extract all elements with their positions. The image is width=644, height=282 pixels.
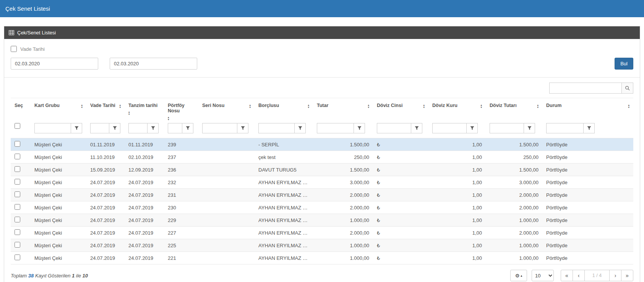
first-page-button[interactable]: « (561, 270, 573, 281)
filter-button-borclusu[interactable] (294, 123, 306, 133)
data-table: SeçKart Grubu▴▾Vade Tarihi▴▾Tanzim tarih… (11, 98, 633, 264)
cell-borclusu: AYHAN ERYILMAZ (XX) (255, 252, 313, 264)
cell-vade-tarihi: 24.07.2019 (86, 201, 125, 214)
cell-doviz-kuru: 1,00 (428, 227, 486, 239)
date-from-input[interactable] (11, 58, 98, 70)
cell-tutar: 2.000,00 (313, 201, 373, 214)
filter-button-tutar[interactable] (354, 123, 365, 133)
column-header-seri-nosu[interactable]: Seri Nosu▴▾ (198, 98, 255, 123)
filter-button-doviz-cinsi[interactable] (411, 123, 422, 133)
row-checkbox[interactable] (15, 217, 20, 222)
column-header-durum[interactable]: Durum▴▾ (542, 98, 633, 123)
filter-input-tanzim-tarihi[interactable] (128, 123, 148, 133)
row-checkbox[interactable] (15, 191, 20, 197)
search-row (4, 77, 640, 98)
table-row[interactable]: Müşteri Çeki15.09.201912.09.2019236DAVUT… (11, 164, 633, 176)
cell-tutar: 1.500,00 (313, 164, 373, 176)
funnel-icon (587, 126, 591, 130)
funnel-icon (113, 126, 117, 130)
date-to-input[interactable] (110, 58, 197, 70)
search-button[interactable] (621, 83, 633, 94)
filter-input-doviz-kuru[interactable] (432, 123, 467, 133)
column-header-doviz-cinsi[interactable]: Döviz Cinsi▴▾ (373, 98, 428, 123)
cell-tutar: 3.000,00 (313, 176, 373, 189)
filter-input-seri-nosu[interactable] (202, 123, 237, 133)
filter-button-vade-tarihi[interactable] (109, 123, 120, 133)
table-row[interactable]: Müşteri Çeki24.07.201924.07.2019231AYHAN… (11, 189, 633, 201)
last-page-button[interactable]: » (621, 270, 633, 281)
row-checkbox[interactable] (15, 166, 20, 172)
sort-icon: ▴▾ (168, 115, 169, 121)
column-header-borclusu[interactable]: Borçlusu▴▾ (255, 98, 313, 123)
cell-doviz-cinsi: ₺ (373, 164, 428, 176)
prev-page-button[interactable]: ‹ (573, 270, 585, 281)
settings-button[interactable]: ⚙ ▴ (510, 270, 527, 281)
column-header-tanzim-tarihi[interactable]: Tanzim tarihi▴▾ (125, 98, 164, 123)
cell-portfoy-nosu: 236 (164, 164, 198, 176)
vade-tarihi-checkbox[interactable] (11, 46, 17, 52)
cell-durum: Pörtföyde (542, 239, 633, 252)
page-size-select[interactable]: 10 (532, 270, 554, 281)
filter-button-tanzim-tarihi[interactable] (147, 123, 159, 133)
filter-input-durum[interactable] (546, 123, 584, 133)
filter-button-durum[interactable] (583, 123, 595, 133)
cell-borclusu: AYHAN ERYILMAZ (XX) (255, 239, 313, 252)
filter-input-portfoy-nosu[interactable] (168, 123, 182, 133)
column-header-tutar[interactable]: Tutar▴▾ (313, 98, 373, 123)
row-checkbox[interactable] (15, 254, 20, 260)
funnel-icon (151, 126, 155, 130)
column-header-doviz-kuru[interactable]: Döviz Kuru▴▾ (428, 98, 486, 123)
row-checkbox[interactable] (15, 179, 20, 185)
cell-doviz-kuru: 1,00 (428, 138, 486, 151)
range-end: 10 (83, 273, 88, 279)
sort-icon: ▴▾ (81, 103, 83, 109)
column-header-vade-tarihi[interactable]: Vade Tarihi▴▾ (86, 98, 125, 123)
filter-input-doviz-cinsi[interactable] (377, 123, 411, 133)
search-input[interactable] (549, 83, 622, 94)
column-header-kart-grubu[interactable]: Kart Grubu▴▾ (31, 98, 86, 123)
filter-button-doviz-tutari[interactable] (524, 123, 535, 133)
filter-input-vade-tarihi[interactable] (90, 123, 109, 133)
cell-tutar: 1.500,00 (313, 138, 373, 151)
filter-input-tutar[interactable] (317, 123, 354, 133)
filter-input-kart-grubu[interactable] (34, 123, 71, 133)
bul-button[interactable]: Bul (615, 58, 633, 70)
column-label: Vade Tarihi (90, 103, 115, 108)
cell-tanzim-tarihi: 24.07.2019 (125, 252, 164, 264)
cell-doviz-cinsi: ₺ (373, 176, 428, 189)
column-header-portfoy-nosu[interactable]: Pörtföy Nosu▴▾ (164, 98, 198, 123)
filter-button-kart-grubu[interactable] (71, 123, 82, 133)
row-checkbox[interactable] (15, 242, 20, 248)
table-row[interactable]: Müşteri Çeki24.07.201924.07.2019229AYHAN… (11, 214, 633, 227)
row-checkbox[interactable] (15, 154, 20, 159)
table-row[interactable]: Müşteri Çeki01.11.201901.11.2019239- SER… (11, 138, 633, 151)
filter-button-doviz-kuru[interactable] (466, 123, 478, 133)
table-row[interactable]: Müşteri Çeki24.07.201924.07.2019232AYHAN… (11, 176, 633, 189)
table-row[interactable]: Müşteri Çeki11.10.201902.10.2019237çek t… (11, 151, 633, 164)
cell-doviz-kuru: 1,00 (428, 201, 486, 214)
filter-input-borclusu[interactable] (258, 123, 295, 133)
cell-doviz-tutari: 1.000,00 (486, 252, 542, 264)
cell-tutar: 1.000,00 (313, 214, 373, 227)
table-row[interactable]: Müşteri Çeki24.07.201924.07.2019227AYHAN… (11, 227, 633, 239)
row-checkbox[interactable] (15, 204, 20, 210)
cell-doviz-kuru: 1,00 (428, 164, 486, 176)
table-row[interactable]: Müşteri Çeki24.07.201924.07.2019230AYHAN… (11, 201, 633, 214)
cell-durum: Pörtföyde (542, 164, 633, 176)
cell-seri-nosu (198, 138, 255, 151)
filter-button-seri-nosu[interactable] (237, 123, 248, 133)
vade-tarihi-toggle[interactable]: Vade Tarihi (11, 46, 45, 52)
table-row[interactable]: Müşteri Çeki24.07.201924.07.2019225AYHAN… (11, 239, 633, 252)
summary-label-total: Toplam (11, 273, 27, 279)
next-page-button[interactable]: › (609, 270, 621, 281)
cell-kart-grubu: Müşteri Çeki (31, 239, 86, 252)
filter-input-doviz-tutari[interactable] (490, 123, 524, 133)
row-checkbox[interactable] (15, 141, 20, 147)
cell-kart-grubu: Müşteri Çeki (31, 138, 86, 151)
filter-button-portfoy-nosu[interactable] (182, 123, 193, 133)
row-checkbox[interactable] (15, 229, 20, 235)
column-header-doviz-tutari[interactable]: Döviz Tutarı▴▾ (486, 98, 542, 123)
select-all-checkbox[interactable] (15, 123, 20, 129)
table-row[interactable]: Müşteri Çeki24.07.201924.07.2019221AYHAN… (11, 252, 633, 264)
cell-seri-nosu (198, 189, 255, 201)
